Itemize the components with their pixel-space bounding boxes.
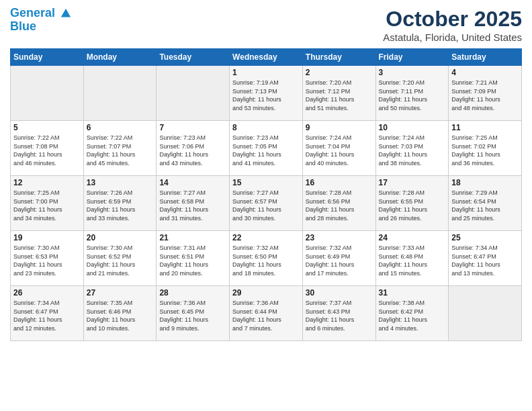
table-row: 8Sunrise: 7:23 AM Sunset: 7:05 PM Daylig… (230, 121, 303, 176)
table-row: 28Sunrise: 7:36 AM Sunset: 6:45 PM Dayli… (157, 286, 230, 341)
day-number: 14 (159, 178, 226, 187)
table-row: 4Sunrise: 7:21 AM Sunset: 7:09 PM Daylig… (449, 66, 522, 121)
day-number: 5 (13, 123, 81, 132)
day-info: Sunrise: 7:26 AM Sunset: 6:59 PM Dayligh… (87, 189, 154, 222)
calendar-week-row: 19Sunrise: 7:30 AM Sunset: 6:53 PM Dayli… (11, 231, 522, 286)
day-number: 17 (379, 178, 446, 187)
day-number: 2 (306, 68, 373, 77)
table-row: 16Sunrise: 7:28 AM Sunset: 6:56 PM Dayli… (302, 176, 375, 231)
day-info: Sunrise: 7:37 AM Sunset: 6:43 PM Dayligh… (306, 299, 373, 332)
title-block: October 2025 Astatula, Florida, United S… (383, 7, 522, 43)
table-row: 22Sunrise: 7:32 AM Sunset: 6:50 PM Dayli… (230, 231, 303, 286)
day-info: Sunrise: 7:22 AM Sunset: 7:08 PM Dayligh… (13, 134, 81, 167)
col-tuesday: Tuesday (157, 49, 230, 66)
table-row (11, 66, 84, 121)
day-info: Sunrise: 7:28 AM Sunset: 6:56 PM Dayligh… (306, 189, 373, 222)
day-info: Sunrise: 7:34 AM Sunset: 6:47 PM Dayligh… (451, 244, 519, 277)
day-number: 24 (379, 233, 446, 242)
table-row: 26Sunrise: 7:34 AM Sunset: 6:47 PM Dayli… (11, 286, 84, 341)
day-number: 21 (159, 233, 226, 242)
day-info: Sunrise: 7:29 AM Sunset: 6:54 PM Dayligh… (451, 189, 519, 222)
table-row (83, 66, 157, 121)
calendar-week-row: 5Sunrise: 7:22 AM Sunset: 7:08 PM Daylig… (11, 121, 522, 176)
day-info: Sunrise: 7:32 AM Sunset: 6:49 PM Dayligh… (306, 244, 373, 277)
calendar: Sunday Monday Tuesday Wednesday Thursday… (10, 48, 522, 341)
calendar-week-row: 1Sunrise: 7:19 AM Sunset: 7:13 PM Daylig… (11, 66, 522, 121)
day-info: Sunrise: 7:31 AM Sunset: 6:51 PM Dayligh… (159, 244, 226, 277)
table-row: 24Sunrise: 7:33 AM Sunset: 6:48 PM Dayli… (375, 231, 449, 286)
day-info: Sunrise: 7:25 AM Sunset: 7:02 PM Dayligh… (451, 134, 519, 167)
table-row: 9Sunrise: 7:24 AM Sunset: 7:04 PM Daylig… (302, 121, 375, 176)
table-row: 30Sunrise: 7:37 AM Sunset: 6:43 PM Dayli… (302, 286, 375, 341)
table-row: 13Sunrise: 7:26 AM Sunset: 6:59 PM Dayli… (83, 176, 157, 231)
day-number: 15 (232, 178, 300, 187)
day-number: 25 (451, 233, 519, 242)
day-info: Sunrise: 7:23 AM Sunset: 7:05 PM Dayligh… (232, 134, 300, 167)
day-number: 10 (379, 123, 446, 132)
col-thursday: Thursday (302, 49, 375, 66)
calendar-header-row: Sunday Monday Tuesday Wednesday Thursday… (11, 49, 522, 66)
day-info: Sunrise: 7:35 AM Sunset: 6:46 PM Dayligh… (87, 299, 154, 332)
table-row: 5Sunrise: 7:22 AM Sunset: 7:08 PM Daylig… (11, 121, 84, 176)
day-number: 26 (13, 288, 81, 298)
table-row: 10Sunrise: 7:24 AM Sunset: 7:03 PM Dayli… (375, 121, 449, 176)
day-number: 23 (306, 233, 373, 242)
day-number: 29 (232, 288, 300, 298)
header: General Blue October 2025 Astatula, Flor… (10, 7, 522, 43)
day-info: Sunrise: 7:34 AM Sunset: 6:47 PM Dayligh… (13, 299, 81, 332)
logo: General Blue (10, 7, 72, 34)
day-info: Sunrise: 7:32 AM Sunset: 6:50 PM Dayligh… (232, 244, 300, 277)
col-wednesday: Wednesday (230, 49, 303, 66)
col-saturday: Saturday (449, 49, 522, 66)
day-number: 20 (87, 233, 154, 242)
day-number: 22 (232, 233, 300, 242)
table-row: 29Sunrise: 7:36 AM Sunset: 6:44 PM Dayli… (230, 286, 303, 341)
day-info: Sunrise: 7:38 AM Sunset: 6:42 PM Dayligh… (379, 299, 446, 332)
table-row: 6Sunrise: 7:22 AM Sunset: 7:07 PM Daylig… (83, 121, 157, 176)
table-row: 14Sunrise: 7:27 AM Sunset: 6:58 PM Dayli… (157, 176, 230, 231)
day-info: Sunrise: 7:30 AM Sunset: 6:53 PM Dayligh… (13, 244, 81, 277)
day-info: Sunrise: 7:23 AM Sunset: 7:06 PM Dayligh… (159, 134, 226, 167)
table-row: 15Sunrise: 7:27 AM Sunset: 6:57 PM Dayli… (230, 176, 303, 231)
day-number: 31 (379, 288, 446, 298)
day-info: Sunrise: 7:20 AM Sunset: 7:11 PM Dayligh… (379, 79, 446, 112)
day-info: Sunrise: 7:22 AM Sunset: 7:07 PM Dayligh… (87, 134, 154, 167)
day-number: 4 (451, 68, 519, 77)
logo-text: General (10, 7, 72, 20)
day-info: Sunrise: 7:27 AM Sunset: 6:58 PM Dayligh… (159, 189, 226, 222)
main-title: October 2025 (383, 7, 522, 32)
day-number: 1 (232, 68, 300, 77)
calendar-week-row: 12Sunrise: 7:25 AM Sunset: 7:00 PM Dayli… (11, 176, 522, 231)
table-row: 2Sunrise: 7:20 AM Sunset: 7:12 PM Daylig… (302, 66, 375, 121)
table-row: 11Sunrise: 7:25 AM Sunset: 7:02 PM Dayli… (449, 121, 522, 176)
table-row: 21Sunrise: 7:31 AM Sunset: 6:51 PM Dayli… (157, 231, 230, 286)
day-info: Sunrise: 7:20 AM Sunset: 7:12 PM Dayligh… (306, 79, 373, 112)
day-number: 28 (159, 288, 226, 298)
day-info: Sunrise: 7:25 AM Sunset: 7:00 PM Dayligh… (13, 189, 81, 222)
day-info: Sunrise: 7:24 AM Sunset: 7:03 PM Dayligh… (379, 134, 446, 167)
svg-marker-0 (61, 9, 71, 17)
day-number: 6 (87, 123, 154, 132)
table-row: 25Sunrise: 7:34 AM Sunset: 6:47 PM Dayli… (449, 231, 522, 286)
table-row: 17Sunrise: 7:28 AM Sunset: 6:55 PM Dayli… (375, 176, 449, 231)
day-info: Sunrise: 7:36 AM Sunset: 6:44 PM Dayligh… (232, 299, 300, 332)
table-row: 7Sunrise: 7:23 AM Sunset: 7:06 PM Daylig… (157, 121, 230, 176)
day-number: 19 (13, 233, 81, 242)
logo-text-blue: Blue (10, 20, 72, 34)
day-info: Sunrise: 7:24 AM Sunset: 7:04 PM Dayligh… (306, 134, 373, 167)
table-row: 3Sunrise: 7:20 AM Sunset: 7:11 PM Daylig… (375, 66, 449, 121)
day-number: 27 (87, 288, 154, 298)
table-row: 12Sunrise: 7:25 AM Sunset: 7:00 PM Dayli… (11, 176, 84, 231)
day-info: Sunrise: 7:19 AM Sunset: 7:13 PM Dayligh… (232, 79, 300, 112)
table-row (449, 286, 522, 341)
calendar-week-row: 26Sunrise: 7:34 AM Sunset: 6:47 PM Dayli… (11, 286, 522, 341)
day-info: Sunrise: 7:36 AM Sunset: 6:45 PM Dayligh… (159, 299, 226, 332)
day-info: Sunrise: 7:28 AM Sunset: 6:55 PM Dayligh… (379, 189, 446, 222)
day-number: 18 (451, 178, 519, 187)
col-friday: Friday (375, 49, 449, 66)
day-info: Sunrise: 7:21 AM Sunset: 7:09 PM Dayligh… (451, 79, 519, 112)
col-monday: Monday (83, 49, 157, 66)
day-number: 11 (451, 123, 519, 132)
day-number: 16 (306, 178, 373, 187)
day-number: 8 (232, 123, 300, 132)
